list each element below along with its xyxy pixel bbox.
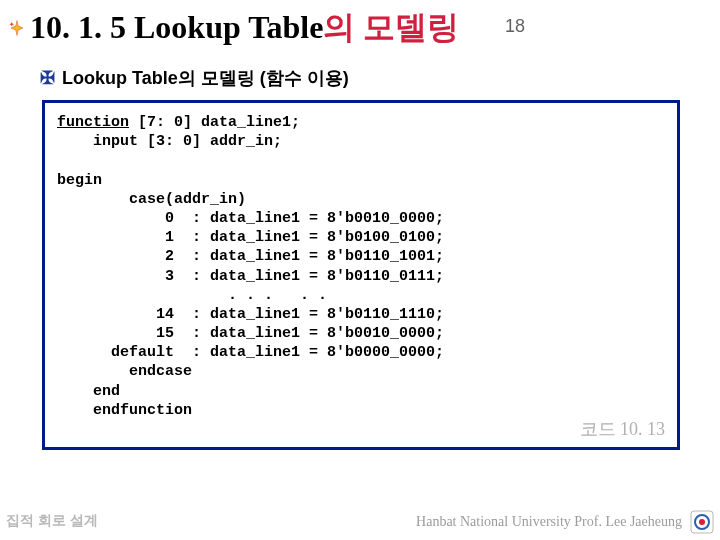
code-line-5: 0 : data_line1 = 8'b0010_0000; xyxy=(57,210,444,227)
code-line-1: input [3: 0] addr_in; xyxy=(57,133,282,150)
kw-function: function xyxy=(57,114,129,131)
code-line-3: begin xyxy=(57,172,102,189)
title-text-prefix: 10. 1. 5 Lookup Table xyxy=(30,9,323,45)
code-line-8: 3 : data_line1 = 8'b0110_0111; xyxy=(57,268,444,285)
university-logo-icon xyxy=(690,510,714,534)
code-label: 코드 10. 13 xyxy=(580,417,666,441)
sparkle-icon xyxy=(8,19,26,37)
page-number: 18 xyxy=(505,16,525,37)
svg-point-2 xyxy=(699,519,705,525)
code-line-4: case(addr_in) xyxy=(57,191,246,208)
title-text-suffix: 의 모델링 xyxy=(323,9,459,45)
code-line-15: endfunction xyxy=(57,402,192,419)
footer-right: Hanbat National University Prof. Lee Jae… xyxy=(416,514,682,530)
page-title: 10. 1. 5 Lookup Table의 모델링 xyxy=(30,6,459,50)
code-box: function [7: 0] data_line1; input [3: 0]… xyxy=(42,100,680,450)
code-line-11: 15 : data_line1 = 8'b0010_0000; xyxy=(57,325,444,342)
code-line-6: 1 : data_line1 = 8'b0100_0100; xyxy=(57,229,444,246)
code-line-13: endcase xyxy=(57,363,192,380)
code-line-0b: [7: 0] data_line1; xyxy=(129,114,300,131)
code-line-9: . . . . . xyxy=(57,287,327,304)
code-line-10: 14 : data_line1 = 8'b0110_1110; xyxy=(57,306,444,323)
code-line-7: 2 : data_line1 = 8'b0110_1001; xyxy=(57,248,444,265)
code-line-14: end xyxy=(57,383,120,400)
title-row: 10. 1. 5 Lookup Table의 모델링 xyxy=(8,6,459,50)
subheading-text: Lookup Table의 모델링 (함수 이용) xyxy=(62,66,349,90)
code-listing: function [7: 0] data_line1; input [3: 0]… xyxy=(57,113,665,420)
bullet-icon: ✠ xyxy=(40,67,54,89)
subheading: ✠ Lookup Table의 모델링 (함수 이용) xyxy=(40,66,349,90)
footer-left: 집적 회로 설계 xyxy=(6,512,98,530)
code-line-12: default : data_line1 = 8'b0000_0000; xyxy=(57,344,444,361)
